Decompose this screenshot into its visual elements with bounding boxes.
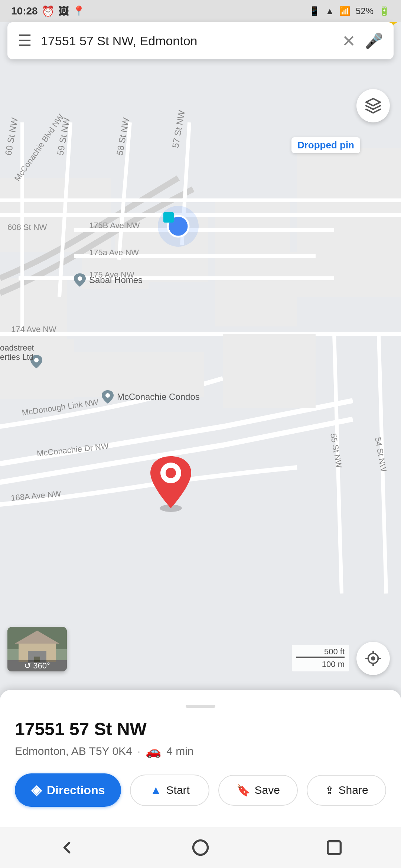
svg-point-40 xyxy=(166,468,176,478)
svg-text:175a Ave NW: 175a Ave NW xyxy=(89,248,139,257)
streetview-360-icon: ↺ 360° xyxy=(24,661,50,671)
drive-time: 4 min xyxy=(166,745,193,757)
status-alarm-icon: ⏰ xyxy=(42,5,55,17)
directions-button[interactable]: ◈ Directions xyxy=(15,773,121,807)
status-wifi-icon: ▲ xyxy=(325,6,334,16)
streetview-overlay: ↺ 360° xyxy=(7,660,67,671)
status-location-icon: 📍 xyxy=(72,5,85,17)
svg-rect-7 xyxy=(297,148,401,297)
card-subtitle: Edmonton, AB T5Y 0K4 · 🚗 4 min xyxy=(15,744,386,759)
card-handle xyxy=(186,705,215,708)
gps-button[interactable] xyxy=(356,642,390,675)
nav-recents-button[interactable] xyxy=(319,833,349,862)
status-left: 10:28 ⏰ 🖼 📍 xyxy=(11,5,85,17)
svg-text:oadstreet: oadstreet xyxy=(0,343,34,352)
svg-text:175B Ave NW: 175B Ave NW xyxy=(89,221,140,230)
svg-point-48 xyxy=(34,358,39,362)
status-right: 📱 ▲ 📶 52% 🔋 xyxy=(309,6,390,16)
svg-rect-6 xyxy=(215,252,297,326)
svg-rect-43 xyxy=(163,212,174,223)
status-time: 10:28 xyxy=(11,5,38,17)
hamburger-menu-icon[interactable]: ☰ xyxy=(18,33,32,49)
search-input[interactable]: 17551 57 St NW, Edmonton xyxy=(41,34,333,48)
card-title: 17551 57 St NW xyxy=(15,719,386,739)
scale-line xyxy=(296,657,345,658)
scale-metric: 100 m xyxy=(296,660,345,669)
search-mic-icon[interactable]: 🎤 xyxy=(365,32,383,50)
svg-point-44 xyxy=(78,276,82,281)
search-clear-icon[interactable]: ✕ xyxy=(342,32,356,50)
directions-icon: ◈ xyxy=(31,782,42,798)
scale-bar: 500 ft 100 m xyxy=(292,645,349,671)
share-label: Share xyxy=(339,784,368,796)
scale-imperial: 500 ft xyxy=(296,647,345,657)
svg-rect-36 xyxy=(223,334,316,408)
svg-point-60 xyxy=(193,841,208,855)
share-icon: ⇪ xyxy=(325,784,334,797)
save-button[interactable]: 🔖 Save xyxy=(218,775,298,806)
status-photo-icon: 🖼 xyxy=(58,5,69,17)
svg-text:erties Ltd: erties Ltd xyxy=(0,352,34,362)
nav-back-button[interactable] xyxy=(52,833,82,862)
card-actions: ◈ Directions ▲ Start 🔖 Save ⇪ Share xyxy=(15,773,386,807)
recents-icon xyxy=(325,838,344,857)
share-button[interactable]: ⇪ Share xyxy=(307,775,386,806)
home-icon xyxy=(191,838,210,857)
search-bar[interactable]: ☰ 17551 57 St NW, Edmonton ✕ 🎤 xyxy=(7,22,394,59)
car-icon: 🚗 xyxy=(146,744,161,759)
dropped-pin-label: Dropped pin xyxy=(291,137,360,153)
svg-rect-61 xyxy=(328,841,341,854)
svg-point-58 xyxy=(371,656,375,661)
back-icon xyxy=(57,838,76,857)
nav-home-button[interactable] xyxy=(186,833,215,862)
svg-rect-37 xyxy=(74,352,204,397)
streetview-thumbnail[interactable]: ↺ 360° xyxy=(7,627,67,671)
svg-text:608 St NW: 608 St NW xyxy=(7,223,47,232)
svg-text:Sabal Homes: Sabal Homes xyxy=(89,275,143,285)
status-bar: 10:28 ⏰ 🖼 📍 📱 ▲ 📶 52% 🔋 xyxy=(0,0,401,22)
start-label: Start xyxy=(166,784,190,796)
card-address: Edmonton, AB T5Y 0K4 xyxy=(15,745,132,757)
start-icon: ▲ xyxy=(150,783,162,797)
svg-text:McConachie Condos: McConachie Condos xyxy=(117,392,200,402)
status-screen-icon: 📱 xyxy=(309,6,320,16)
directions-label: Directions xyxy=(47,783,105,797)
nav-bar xyxy=(0,827,401,868)
status-signal-icon: 📶 xyxy=(339,6,351,16)
layers-icon xyxy=(365,97,382,114)
save-label: Save xyxy=(255,784,280,796)
start-button[interactable]: ▲ Start xyxy=(130,775,209,806)
svg-text:174 Ave NW: 174 Ave NW xyxy=(11,325,56,334)
save-icon: 🔖 xyxy=(237,784,250,797)
layer-toggle-button[interactable] xyxy=(356,89,390,122)
status-battery: 52% xyxy=(356,6,374,16)
svg-point-46 xyxy=(105,393,110,398)
status-battery-icon: 🔋 xyxy=(379,6,390,16)
gps-icon xyxy=(365,650,382,667)
